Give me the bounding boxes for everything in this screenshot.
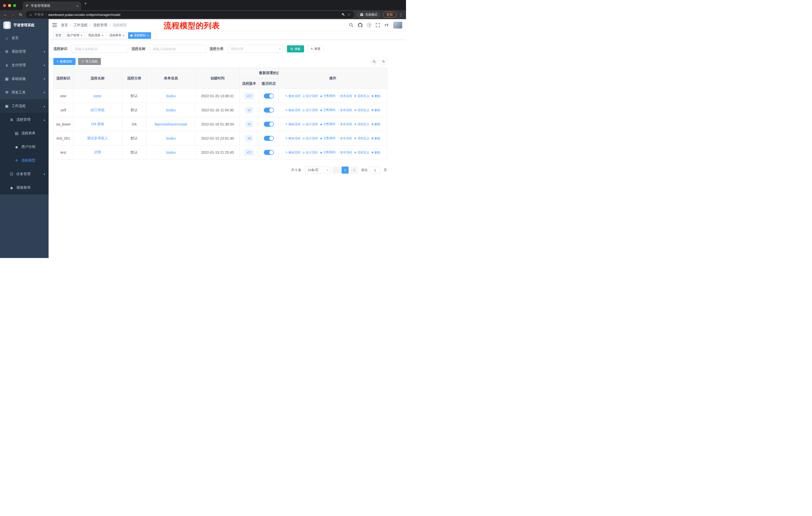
address-bar[interactable]: ⚠ 不安全 dashboard.yudao.iocoder.cn/bpm/man…: [26, 11, 354, 18]
process-name-link[interactable]: OA 请假: [91, 122, 104, 126]
update-button[interactable]: 更新: [383, 11, 397, 18]
process-key-input[interactable]: [71, 45, 128, 53]
action-edit-link[interactable]: ✎修改流程: [285, 136, 300, 141]
sidebar-item-payment[interactable]: ¥支付管理▾: [0, 58, 49, 72]
font-size-icon[interactable]: тT: [384, 23, 388, 27]
bookmark-star-icon[interactable]: ☆: [347, 12, 351, 17]
toggle-search-icon[interactable]: [371, 58, 378, 65]
close-window-button[interactable]: [3, 4, 6, 7]
action-publish-link[interactable]: ☝发布流程: [338, 136, 352, 141]
create-process-button[interactable]: + 新建流程: [53, 58, 76, 65]
sidebar-item-dev-tools[interactable]: ⚒研发工具▾: [0, 86, 49, 99]
form-info-link[interactable]: biubiu: [166, 151, 175, 155]
process-name-link[interactable]: eeee: [94, 94, 102, 98]
active-toggle[interactable]: [264, 150, 274, 155]
action-edit-link[interactable]: ✎修改流程: [285, 151, 300, 155]
form-info-link[interactable]: biubiu: [166, 94, 175, 98]
user-avatar[interactable]: [393, 22, 402, 28]
next-page-button[interactable]: ›: [351, 166, 358, 173]
process-name-link[interactable]: 滔博: [94, 150, 101, 154]
action-edit-link[interactable]: ✎修改流程: [285, 108, 300, 112]
action-assign-link[interactable]: ☻分配规则: [320, 122, 336, 126]
active-toggle[interactable]: [264, 93, 274, 99]
action-publish-link[interactable]: ☝发布流程: [338, 122, 352, 127]
action-delete-link[interactable]: ✖删除: [371, 122, 380, 127]
action-design-link[interactable]: ◎设计流程: [302, 151, 318, 155]
action-definition-link[interactable]: ❖流程定义: [354, 151, 370, 155]
tag-my-process[interactable]: 我的流程×: [86, 32, 106, 39]
page-size-select[interactable]: 10条/页 ▾: [305, 166, 330, 173]
tag-close-icon[interactable]: ×: [102, 33, 104, 37]
tag-close-icon[interactable]: ×: [123, 33, 124, 37]
process-name-link[interactable]: 测试多审批人: [87, 136, 108, 140]
sidebar-item-home[interactable]: ⌂首页: [0, 31, 49, 45]
action-definition-link[interactable]: ❖流程定义: [354, 122, 370, 127]
active-toggle[interactable]: [264, 136, 274, 141]
breadcrumb-item[interactable]: 首页: [61, 23, 68, 27]
action-definition-link[interactable]: ❖流程定义: [354, 108, 370, 112]
form-info-link[interactable]: /bpm/oa/leave/create: [154, 122, 187, 126]
breadcrumb-item[interactable]: 流程管理: [93, 23, 107, 27]
action-definition-link[interactable]: ❖流程定义: [354, 136, 370, 141]
reset-button[interactable]: ↻ 重置: [307, 45, 324, 52]
action-delete-link[interactable]: ✖删除: [371, 136, 380, 141]
action-definition-link[interactable]: ❖流程定义: [354, 94, 370, 98]
sidebar-item-process-form[interactable]: ▤流程表单: [0, 127, 49, 140]
action-delete-link[interactable]: ✖删除: [371, 108, 380, 112]
action-edit-link[interactable]: ✎修改流程: [285, 94, 300, 98]
reload-button[interactable]: ↻: [18, 12, 23, 17]
action-delete-link[interactable]: ✖删除: [371, 94, 380, 98]
page-number-button[interactable]: 1: [342, 166, 349, 173]
category-select[interactable]: 流程分类 ▾: [228, 45, 283, 53]
form-info-link[interactable]: biubiu: [166, 136, 175, 140]
tag-home[interactable]: 首页: [53, 32, 64, 39]
tag-process-model[interactable]: 流程模型×: [128, 32, 151, 39]
action-assign-link[interactable]: ☻分配规则: [320, 150, 336, 155]
sidebar-item-leave-query[interactable]: ☻请假查询: [0, 181, 49, 194]
sidebar-item-task-manage[interactable]: ☑任务管理▾: [0, 167, 49, 181]
browser-tab[interactable]: 芋道管理系统 ×: [23, 1, 81, 10]
refresh-table-icon[interactable]: ↻: [380, 58, 387, 65]
action-assign-link[interactable]: ☻分配规则: [320, 94, 336, 98]
import-process-button[interactable]: ⇧ 导入流程: [78, 58, 101, 65]
new-tab-button[interactable]: +: [84, 1, 87, 6]
search-button[interactable]: 搜索: [287, 45, 304, 52]
process-name-link[interactable]: 自己审批: [91, 108, 105, 112]
search-icon[interactable]: [349, 23, 353, 27]
action-design-link[interactable]: ◎设计流程: [302, 108, 318, 112]
action-assign-link[interactable]: ☻分配规则: [320, 136, 336, 140]
action-design-link[interactable]: ◎设计流程: [302, 94, 318, 98]
back-button[interactable]: ←: [3, 12, 8, 17]
goto-page-input[interactable]: [370, 166, 380, 173]
sidebar-item-workflow[interactable]: ▣工作流程▴: [0, 99, 49, 113]
action-publish-link[interactable]: ☝发布流程: [338, 151, 352, 155]
tag-close-icon[interactable]: ×: [81, 33, 83, 37]
tag-process-form[interactable]: 流程表单×: [107, 32, 127, 39]
zoom-window-button[interactable]: [13, 4, 16, 7]
breadcrumb-item[interactable]: 工作流程: [74, 23, 88, 27]
browser-menu-icon[interactable]: ⋮: [399, 12, 403, 17]
help-icon[interactable]: ?: [367, 23, 371, 27]
action-design-link[interactable]: ◎设计流程: [302, 122, 318, 127]
tag-tenant-manage[interactable]: 租户管理×: [65, 32, 85, 39]
sidebar-toggle-icon[interactable]: [52, 23, 57, 27]
action-publish-link[interactable]: ☝发布流程: [338, 94, 352, 98]
sidebar-item-infrastructure[interactable]: ▦基础设施▾: [0, 72, 49, 86]
sidebar-item-system[interactable]: ⚙系统管理▾: [0, 45, 49, 58]
action-publish-link[interactable]: ☝发布流程: [338, 108, 352, 112]
action-design-link[interactable]: ◎设计流程: [302, 136, 318, 141]
prev-page-button[interactable]: ‹: [332, 166, 340, 173]
fullscreen-icon[interactable]: [376, 23, 380, 27]
action-assign-link[interactable]: ☻分配规则: [320, 108, 336, 112]
tab-close-icon[interactable]: ×: [76, 4, 79, 8]
app-logo[interactable]: 芋道管理系统: [0, 19, 49, 31]
action-delete-link[interactable]: ✖删除: [371, 151, 380, 155]
password-key-icon[interactable]: [342, 13, 345, 17]
tag-close-icon[interactable]: ×: [147, 33, 149, 37]
sidebar-item-user-group[interactable]: ☻用户分组: [0, 140, 49, 154]
minimize-window-button[interactable]: [8, 4, 11, 7]
github-icon[interactable]: [358, 23, 362, 27]
sidebar-item-process-model[interactable]: ✈流程模型: [0, 154, 49, 167]
sidebar-item-process-manage[interactable]: ≣流程管理▴: [0, 113, 49, 127]
action-edit-link[interactable]: ✎修改流程: [285, 122, 300, 127]
